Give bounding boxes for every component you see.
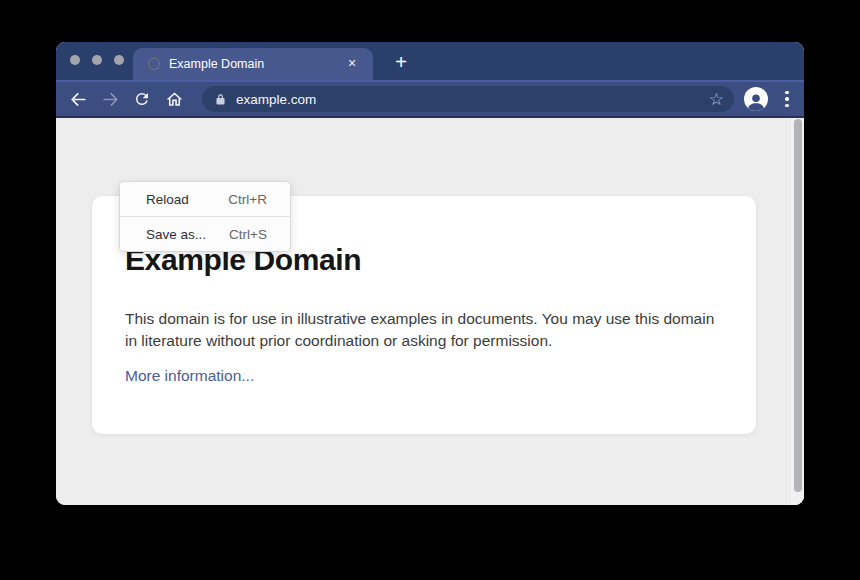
tab-example-domain[interactable]: Example Domain × xyxy=(133,48,373,80)
back-button[interactable] xyxy=(64,85,92,113)
window-controls xyxy=(70,55,124,65)
menu-item-label: Save as... xyxy=(146,227,206,242)
tab-title: Example Domain xyxy=(169,57,343,71)
forward-arrow-icon xyxy=(101,90,120,109)
browser-menu-kebab-icon[interactable] xyxy=(780,91,794,108)
address-bar[interactable]: example.com ☆ xyxy=(202,86,734,112)
window-minimize-button[interactable] xyxy=(92,55,102,65)
url-text[interactable]: example.com xyxy=(236,92,709,107)
tab-close-icon[interactable]: × xyxy=(343,55,361,73)
menu-item-shortcut: Ctrl+R xyxy=(228,192,267,207)
window-zoom-button[interactable] xyxy=(114,55,124,65)
page-viewport: Example Domain This domain is for use in… xyxy=(56,118,804,505)
menu-item-label: Reload xyxy=(146,192,189,207)
menu-item-shortcut: Ctrl+S xyxy=(229,227,267,242)
browser-toolbar: example.com ☆ xyxy=(56,80,804,118)
forward-button[interactable] xyxy=(96,85,124,113)
browser-window: Example Domain × + example.com ☆ xyxy=(56,42,804,505)
scrollbar-track[interactable] xyxy=(791,118,804,505)
home-icon xyxy=(165,90,184,109)
reload-button[interactable] xyxy=(128,85,156,113)
bookmark-star-icon[interactable]: ☆ xyxy=(709,91,724,108)
context-menu: Reload Ctrl+R Save as... Ctrl+S xyxy=(119,181,291,252)
page-paragraph: This domain is for use in illustrative e… xyxy=(125,308,716,352)
new-tab-button[interactable]: + xyxy=(388,50,414,76)
more-information-link[interactable]: More information... xyxy=(125,367,254,385)
reload-icon xyxy=(133,90,151,108)
window-close-button[interactable] xyxy=(70,55,80,65)
scrollbar-thumb[interactable] xyxy=(794,119,802,492)
profile-avatar-icon[interactable] xyxy=(744,87,768,111)
tab-favicon-globe-icon xyxy=(148,58,160,70)
lock-icon xyxy=(214,93,227,106)
home-button[interactable] xyxy=(160,85,188,113)
context-menu-item-save-as[interactable]: Save as... Ctrl+S xyxy=(120,217,290,251)
back-arrow-icon xyxy=(69,90,88,109)
tab-strip: Example Domain × + xyxy=(56,42,804,80)
context-menu-item-reload[interactable]: Reload Ctrl+R xyxy=(120,182,290,216)
